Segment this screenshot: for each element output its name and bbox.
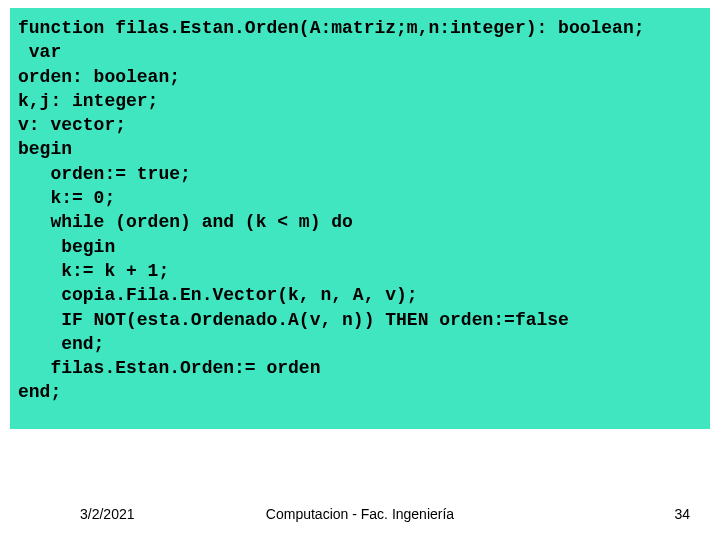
footer-page-number: 34 [674,506,690,522]
code-line: k:= k + 1; [18,261,169,281]
code-line: copia.Fila.En.Vector(k, n, A, v); [18,285,418,305]
code-content: function filas.Estan.Orden(A:matriz;m,n:… [18,16,702,405]
code-line: function filas.Estan.Orden(A:matriz;m,n:… [18,18,645,38]
code-line: k,j: integer; [18,91,158,111]
code-line: begin [18,139,72,159]
code-line: end; [18,382,61,402]
code-block: function filas.Estan.Orden(A:matriz;m,n:… [10,8,710,429]
code-line: v: vector; [18,115,126,135]
footer-title: Computacion - Fac. Ingeniería [0,506,720,522]
code-line: orden: boolean; [18,67,180,87]
code-line: var [18,42,61,62]
code-line: orden:= true; [18,164,191,184]
code-line: k:= 0; [18,188,115,208]
code-line: begin [18,237,115,257]
code-line: IF NOT(esta.Ordenado.A(v, n)) THEN orden… [18,310,569,330]
code-line: filas.Estan.Orden:= orden [18,358,320,378]
slide: function filas.Estan.Orden(A:matriz;m,n:… [0,0,720,540]
code-line: while (orden) and (k < m) do [18,212,353,232]
code-line: end; [18,334,104,354]
